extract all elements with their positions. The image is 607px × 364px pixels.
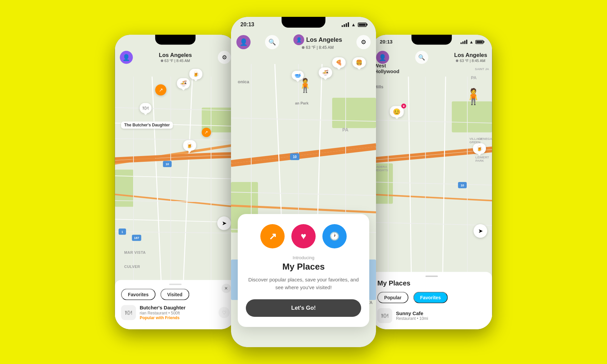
search-btn-center[interactable]: 🔍 <box>265 35 279 49</box>
notch-center <box>282 17 325 28</box>
tab-popular-right[interactable]: Popular <box>377 292 408 303</box>
modal-icon-clock: 🕐 <box>322 224 347 248</box>
place-type-left: rian Restaurant • 500ft <box>140 311 215 315</box>
phone-right: 20:13 ▲ <box>371 35 492 329</box>
svg-rect-43 <box>452 101 492 132</box>
svg-rect-25 <box>332 98 376 128</box>
phone-center: 20:13 ▲ <box>231 17 376 347</box>
modal-icon-trending: ↗ <box>260 224 285 248</box>
phone-center-screen: 20:13 ▲ <box>231 17 376 347</box>
pin-beer-right: 🍺 <box>473 143 486 154</box>
phone-left: 10 187 1 MAR VISTA CULVER The Butcher's … <box>115 35 236 329</box>
tabs-left: Favorites Visited <box>121 289 230 300</box>
notch-left <box>155 35 196 44</box>
tab-visited-left[interactable]: Visited <box>161 289 189 300</box>
search-btn-right[interactable]: 🔍 <box>415 51 428 64</box>
settings-btn-left[interactable]: ⚙ <box>218 51 231 64</box>
pin-emoji-face: 😊 ♥ <box>390 106 404 117</box>
search-icon-right: 🔍 <box>418 54 425 61</box>
time-center: 20:13 <box>240 22 254 28</box>
area-label-culver: CULVER <box>124 265 140 269</box>
city-left: Los Angeles <box>159 52 192 58</box>
wifi-icon-center: ▲ <box>351 22 356 27</box>
weather-right: 63 °F | 8:45 AM <box>456 58 485 63</box>
phone-right-screen: 20:13 ▲ <box>371 35 492 329</box>
tab-favorites-right[interactable]: Favorites <box>413 292 448 303</box>
svg-text:PA: PA <box>342 127 348 132</box>
notch-right <box>411 35 452 44</box>
status-icons-center: ▲ <box>342 22 367 27</box>
signal-icon-right <box>461 40 467 44</box>
place-item-right: 🍽 Sunny Cafe Restaurant • 10mi <box>377 308 486 323</box>
scroll-indicator-right <box>426 276 438 277</box>
heart-btn-left[interactable]: ♡ <box>219 307 230 318</box>
pin-utensils: 🍽 <box>140 103 151 113</box>
area-west-hollywood: WestHollywood <box>374 63 399 74</box>
svg-text:10: 10 <box>166 162 169 166</box>
utensils-icon: 🍽 <box>381 312 388 320</box>
city-center: Los Angeles <box>306 36 342 43</box>
location-right: Los Angeles 63 °F | 8:45 AM <box>454 52 487 63</box>
area-cienega: CIENEGA <box>478 137 492 141</box>
phones-container: 10 187 1 MAR VISTA CULVER The Butcher's … <box>0 0 607 364</box>
svg-text:187: 187 <box>134 236 139 240</box>
location-center: 👤 Los Angeles 63 °F | 8:45 AM <box>293 34 342 50</box>
search-icon-center: 🔍 <box>268 38 276 46</box>
heart-icon: ♥ <box>301 231 307 242</box>
compass-left[interactable]: ➤ <box>217 216 231 230</box>
modal-icons: ↗ ♥ 🕐 <box>246 224 361 248</box>
pin-orange-1: ↗ <box>155 84 166 95</box>
location-left: Los Angeles 63 °F | 8:45 AM <box>159 52 192 63</box>
my-places-section: My Places Popular Favorites 🍽 Sunny Cafe… <box>371 272 492 329</box>
location-avatar-center: 👤 <box>293 34 304 45</box>
compass-right[interactable]: ➤ <box>473 224 487 238</box>
area-label-san-park: an Park <box>295 101 309 105</box>
header-center: 👤 🔍 👤 Los Angeles 63 °F | 8:45 AM ⚙ <box>231 34 376 50</box>
gear-icon-center: ⚙ <box>361 38 366 46</box>
pin-food-2: 🍺 <box>189 69 202 79</box>
area-leimert: LEIMERTPARK <box>475 156 489 162</box>
place-item-left: 🍽 Butcher's Daughter rian Restaurant • 5… <box>121 305 230 320</box>
place-name-left: Butcher's Daughter <box>140 305 215 311</box>
clock-icon: 🕐 <box>329 232 340 241</box>
area-saint-ja: SAINT JA <box>475 67 489 71</box>
place-info-left: Butcher's Daughter rian Restaurant • 500… <box>140 305 215 320</box>
place-type-right: Restaurant • 10mi <box>396 316 486 321</box>
place-icon-left: 🍽 <box>121 305 136 320</box>
tabs-right: Popular Favorites <box>377 292 486 303</box>
lets-go-button[interactable]: Let's Go! <box>246 299 361 317</box>
avatar-left[interactable]: 👤 <box>120 51 133 64</box>
tab-favorites-left[interactable]: Favorites <box>121 289 155 300</box>
pin-c2: 🍕 <box>332 57 346 68</box>
city-right: Los Angeles <box>454 52 487 58</box>
modal-introducing: Introducing <box>246 255 361 260</box>
bottom-sheet-left: ✕ Favorites Visited 🍽 Butcher's Daughter… <box>115 280 236 329</box>
bitmoji-right: 🧍 <box>464 87 483 105</box>
pin-c4: 🍔 <box>352 57 366 68</box>
area-pa: PA <box>471 75 476 80</box>
modal-title: My Places <box>246 262 361 272</box>
modal-icon-heart: ♥ <box>291 224 316 248</box>
avatar-right[interactable]: 👤 <box>376 51 389 64</box>
svg-text:10: 10 <box>461 184 464 187</box>
svg-rect-1 <box>115 170 134 207</box>
svg-text:10: 10 <box>293 155 297 159</box>
battery-icon-center <box>358 23 367 27</box>
weather-center: 63 °F | 8:45 AM <box>302 45 334 50</box>
settings-btn-center[interactable]: ⚙ <box>356 35 371 49</box>
modal-desc: Discover popular places, save your favor… <box>246 276 361 291</box>
place-info-right: Sunny Cafe Restaurant • 10mi <box>396 310 486 321</box>
pin-orange-2: ↗ <box>202 128 211 137</box>
header-right: 👤 🔍 Los Angeles 63 °F | 8:45 AM <box>371 51 492 64</box>
my-places-title: My Places <box>377 279 486 287</box>
status-icons-right: ▲ <box>461 39 484 44</box>
phone-left-screen: 10 187 1 MAR VISTA CULVER The Butcher's … <box>115 35 236 329</box>
area-ladera: LADERAHEIGHTS <box>374 165 388 172</box>
svg-text:1: 1 <box>121 231 123 234</box>
modal-my-places: ↗ ♥ 🕐 Introducing My Places Discover pop… <box>238 214 369 327</box>
time-right: 20:13 <box>380 39 393 45</box>
compass-icon-left: ➤ <box>222 220 227 226</box>
trending-icon: ↗ <box>269 231 277 242</box>
close-btn-left[interactable]: ✕ <box>222 284 231 293</box>
avatar-center[interactable]: 👤 <box>236 35 251 49</box>
